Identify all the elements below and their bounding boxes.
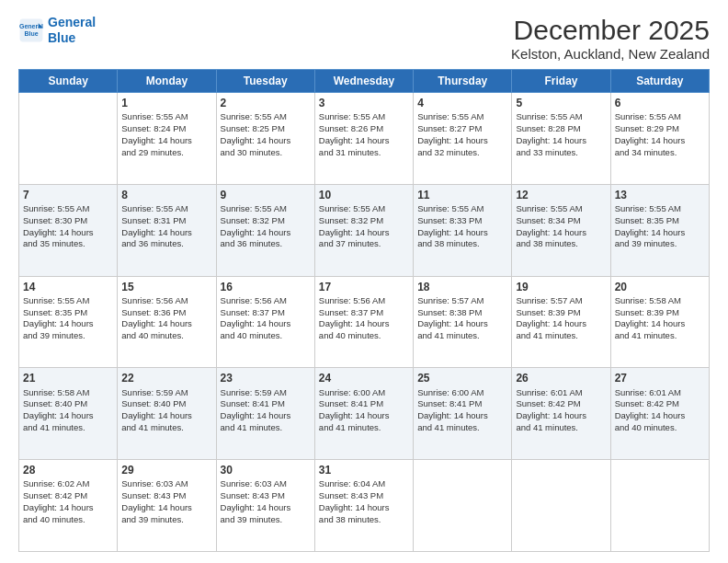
calendar-cell: 19Sunrise: 5:57 AMSunset: 8:39 PMDayligh… (512, 276, 610, 368)
calendar-cell: 25Sunrise: 6:00 AMSunset: 8:41 PMDayligh… (414, 368, 512, 460)
day-number: 8 (121, 188, 211, 202)
day-info-line: Daylight: 14 hours (615, 410, 705, 422)
day-info-line: Sunset: 8:30 PM (23, 215, 113, 227)
day-info-line: Sunset: 8:42 PM (23, 490, 113, 502)
day-info-line: Sunrise: 5:55 AM (516, 203, 606, 215)
calendar-header-row: SundayMondayTuesdayWednesdayThursdayFrid… (19, 70, 710, 93)
day-number: 16 (221, 280, 311, 294)
day-info-line: Daylight: 14 hours (516, 318, 606, 330)
day-info-line: Sunrise: 5:55 AM (417, 111, 507, 123)
day-info-line: Sunrise: 6:03 AM (221, 478, 311, 490)
day-info-line: and 41 minutes. (319, 422, 409, 434)
calendar-cell: 21Sunrise: 5:58 AMSunset: 8:40 PMDayligh… (19, 368, 118, 460)
day-info-line: Sunrise: 5:55 AM (221, 203, 311, 215)
day-number: 18 (417, 280, 507, 294)
day-info-line: Sunrise: 5:55 AM (319, 203, 409, 215)
day-info-line: Daylight: 14 hours (221, 502, 311, 514)
day-info-line: Sunset: 8:37 PM (221, 307, 311, 319)
day-number: 23 (221, 371, 311, 385)
day-info-line: Sunset: 8:33 PM (417, 215, 507, 227)
day-info-line: and 38 minutes. (417, 238, 507, 250)
day-info-line: Sunrise: 5:56 AM (121, 295, 211, 307)
day-info-line: Sunrise: 5:59 AM (121, 387, 211, 399)
calendar-table: SundayMondayTuesdayWednesdayThursdayFrid… (18, 69, 710, 552)
day-info-line: Sunrise: 5:55 AM (121, 111, 211, 123)
day-number: 7 (23, 188, 113, 202)
day-info-line: Daylight: 14 hours (221, 227, 311, 239)
calendar-cell (414, 460, 512, 552)
calendar-cell: 15Sunrise: 5:56 AMSunset: 8:36 PMDayligh… (118, 276, 216, 368)
day-info-line: Daylight: 14 hours (417, 318, 507, 330)
day-info-line: and 40 minutes. (121, 330, 211, 342)
header: General Blue General Blue December 2025 … (18, 15, 710, 62)
day-info-line: and 38 minutes. (516, 238, 606, 250)
day-info-line: Sunrise: 5:58 AM (615, 295, 705, 307)
day-info-line: Sunrise: 5:55 AM (23, 203, 113, 215)
day-info-line: and 36 minutes. (121, 238, 211, 250)
day-info-line: Sunset: 8:43 PM (121, 490, 211, 502)
day-info-line: and 30 minutes. (221, 147, 311, 159)
day-info-line: Daylight: 14 hours (23, 502, 113, 514)
day-info-line: and 37 minutes. (319, 238, 409, 250)
calendar-cell: 16Sunrise: 5:56 AMSunset: 8:37 PMDayligh… (216, 276, 314, 368)
day-info-line: Daylight: 14 hours (615, 318, 705, 330)
calendar-day-header: Wednesday (314, 70, 413, 93)
day-info-line: Daylight: 14 hours (319, 502, 409, 514)
day-number: 29 (121, 463, 211, 477)
day-info-line: Daylight: 14 hours (121, 227, 211, 239)
day-number: 15 (121, 280, 211, 294)
day-info-line: Sunrise: 6:03 AM (121, 478, 211, 490)
calendar-day-header: Friday (512, 70, 610, 93)
calendar-cell: 7Sunrise: 5:55 AMSunset: 8:30 PMDaylight… (19, 184, 118, 276)
day-number: 9 (221, 188, 311, 202)
day-info-line: and 39 minutes. (615, 238, 705, 250)
day-info-line: and 38 minutes. (319, 514, 409, 526)
calendar-week-row: 14Sunrise: 5:55 AMSunset: 8:35 PMDayligh… (19, 276, 710, 368)
day-info-line: Daylight: 14 hours (516, 410, 606, 422)
calendar-cell: 22Sunrise: 5:59 AMSunset: 8:40 PMDayligh… (118, 368, 216, 460)
day-info-line: Sunset: 8:42 PM (615, 398, 705, 410)
calendar-week-row: 1Sunrise: 5:55 AMSunset: 8:24 PMDaylight… (19, 93, 710, 185)
day-info-line: Sunrise: 5:56 AM (221, 295, 311, 307)
day-info-line: Sunset: 8:39 PM (516, 307, 606, 319)
calendar-cell: 18Sunrise: 5:57 AMSunset: 8:38 PMDayligh… (414, 276, 512, 368)
day-info-line: Sunset: 8:28 PM (516, 123, 606, 135)
calendar-cell: 27Sunrise: 6:01 AMSunset: 8:42 PMDayligh… (610, 368, 709, 460)
calendar-week-row: 7Sunrise: 5:55 AMSunset: 8:30 PMDaylight… (19, 184, 710, 276)
day-info-line: Sunset: 8:35 PM (23, 307, 113, 319)
day-info-line: Daylight: 14 hours (319, 227, 409, 239)
day-info-line: Sunrise: 5:55 AM (121, 203, 211, 215)
day-info-line: and 41 minutes. (121, 422, 211, 434)
day-info-line: Daylight: 14 hours (23, 410, 113, 422)
logo-icon: General Blue (18, 17, 44, 43)
day-info-line: Sunset: 8:25 PM (221, 123, 311, 135)
page: General Blue General Blue December 2025 … (0, 0, 728, 563)
calendar-cell: 13Sunrise: 5:55 AMSunset: 8:35 PMDayligh… (610, 184, 709, 276)
calendar-cell: 30Sunrise: 6:03 AMSunset: 8:43 PMDayligh… (216, 460, 314, 552)
day-number: 28 (23, 463, 113, 477)
calendar-cell (610, 460, 709, 552)
day-info-line: Sunset: 8:40 PM (23, 398, 113, 410)
calendar-cell (19, 93, 118, 185)
day-info-line: Daylight: 14 hours (417, 227, 507, 239)
day-info-line: and 29 minutes. (121, 147, 211, 159)
day-info-line: and 39 minutes. (121, 514, 211, 526)
day-info-line: and 40 minutes. (23, 514, 113, 526)
day-info-line: and 36 minutes. (221, 238, 311, 250)
day-info-line: and 40 minutes. (319, 330, 409, 342)
day-number: 19 (516, 280, 606, 294)
day-info-line: and 40 minutes. (221, 330, 311, 342)
day-number: 27 (615, 371, 705, 385)
day-number: 30 (221, 463, 311, 477)
day-number: 12 (516, 188, 606, 202)
day-info-line: and 39 minutes. (23, 330, 113, 342)
day-info-line: Sunset: 8:43 PM (319, 490, 409, 502)
day-info-line: Sunset: 8:26 PM (319, 123, 409, 135)
calendar-cell: 20Sunrise: 5:58 AMSunset: 8:39 PMDayligh… (610, 276, 709, 368)
day-info-line: Sunrise: 5:55 AM (516, 111, 606, 123)
calendar-cell: 28Sunrise: 6:02 AMSunset: 8:42 PMDayligh… (19, 460, 118, 552)
day-number: 13 (615, 188, 705, 202)
day-info-line: Sunrise: 5:57 AM (417, 295, 507, 307)
day-info-line: Sunrise: 5:55 AM (417, 203, 507, 215)
calendar-day-header: Thursday (414, 70, 512, 93)
